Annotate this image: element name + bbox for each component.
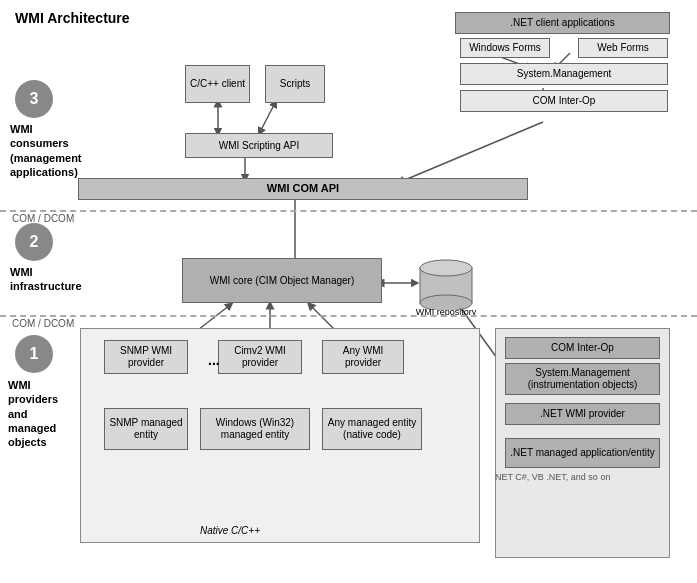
- wmi-core-box: WMI core (CIM Object Manager): [182, 258, 382, 303]
- snmp-provider-box: SNMP WMI provider: [104, 340, 188, 374]
- com-dcom-upper-label: COM / DCOM: [12, 213, 74, 224]
- cpp-client-box: C/C++ client: [185, 65, 250, 103]
- web-forms-box: Web Forms: [578, 38, 668, 58]
- svg-line-1: [260, 103, 275, 132]
- scripts-box: Scripts: [265, 65, 325, 103]
- any-provider-box: Any WMI provider: [322, 340, 404, 374]
- any-entity-box: Any managed entity (native code): [322, 408, 422, 450]
- dotnet-caption: NET C#, VB .NET, and so on: [495, 472, 610, 482]
- com-dcom-lower-separator: [0, 315, 697, 317]
- cimv2-provider-box: Cimv2 WMI provider: [218, 340, 302, 374]
- snmp-entity-box: SNMP managed entity: [104, 408, 188, 450]
- system-management-top-box: System.Management: [460, 63, 668, 85]
- layer3-circle: 3: [15, 80, 53, 118]
- dotnet-client-apps-box: .NET client applications: [455, 12, 670, 34]
- com-interop-top-box: COM Inter-Op: [460, 90, 668, 112]
- wmi-com-api-box: WMI COM API: [78, 178, 528, 200]
- dotnet-managed-app-box: .NET managed application/entity: [505, 438, 660, 468]
- layer2-circle: 2: [15, 223, 53, 261]
- dotnet-wmi-provider-box: .NET WMI provider: [505, 403, 660, 425]
- com-dcom-upper-separator: [0, 210, 697, 212]
- wmi-repository-svg: [415, 258, 477, 310]
- layer2-label: WMI infrastructure: [10, 265, 70, 294]
- svg-line-6: [400, 122, 543, 182]
- com-interop-right-box: COM Inter-Op: [505, 337, 660, 359]
- layer3-label: WMI consumers(managementapplications): [10, 122, 70, 179]
- com-dcom-lower-label: COM / DCOM: [12, 318, 74, 329]
- layer1-label: WMI providers and managed objects: [8, 378, 70, 449]
- diagram-container: WMI Architecture: [0, 0, 697, 583]
- wmi-scripting-api-box: WMI Scripting API: [185, 133, 333, 158]
- windows-forms-box: Windows Forms: [460, 38, 550, 58]
- system-management-right-box: System.Management (instrumentation objec…: [505, 363, 660, 395]
- svg-point-20: [420, 260, 472, 276]
- layer1-circle: 1: [15, 335, 53, 373]
- native-cpp-label: Native C/C++: [200, 525, 260, 536]
- ellipsis-label: ...: [208, 352, 220, 368]
- wmi-repository-container: WMI repository: [415, 258, 477, 317]
- windows-entity-box: Windows (Win32) managed entity: [200, 408, 310, 450]
